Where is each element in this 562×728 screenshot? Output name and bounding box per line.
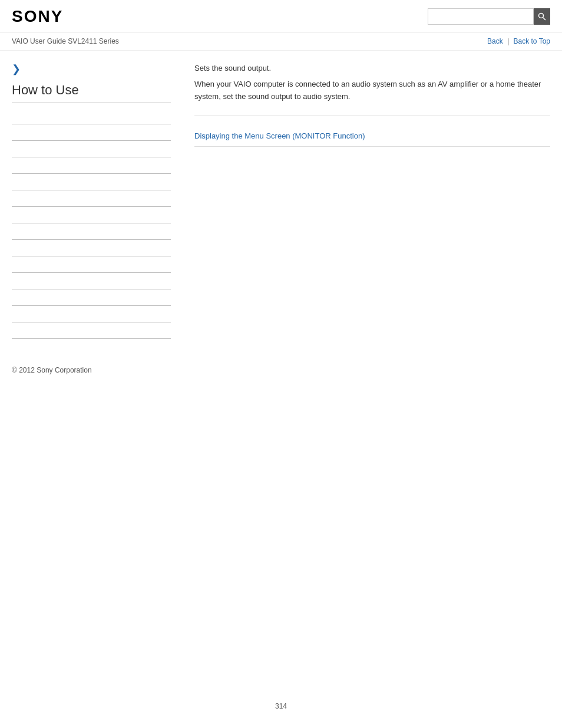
search-container <box>428 8 550 25</box>
sony-logo: SONY <box>12 7 63 26</box>
breadcrumb: VAIO User Guide SVL2411 Series <box>12 37 119 45</box>
footer-copyright: © 2012 Sony Corporation <box>0 357 562 384</box>
sidebar-line <box>12 273 171 289</box>
chevron-icon: ❯ <box>12 62 171 75</box>
sidebar-line <box>12 289 171 306</box>
sidebar-line <box>12 256 171 273</box>
back-link[interactable]: Back <box>487 37 503 45</box>
sidebar-line <box>12 157 171 174</box>
sidebar-line <box>12 322 171 339</box>
sidebar-line <box>12 108 171 124</box>
svg-point-0 <box>539 14 544 18</box>
page-number: 314 <box>0 696 562 716</box>
nav-divider: | <box>507 37 511 45</box>
nav-bar: VAIO User Guide SVL2411 Series Back | Ba… <box>0 32 562 51</box>
description-line2: When your VAIO computer is connected to … <box>194 78 550 103</box>
nav-links: Back | Back to Top <box>487 37 550 45</box>
sidebar-line <box>12 174 171 190</box>
content-area: Sets the sound output. When your VAIO co… <box>183 62 550 339</box>
description-line1: Sets the sound output. <box>194 62 550 75</box>
sidebar-title: How to Use <box>12 83 171 103</box>
sidebar-line <box>12 141 171 157</box>
sidebar-line <box>12 223 171 240</box>
svg-line-1 <box>543 18 546 21</box>
sidebar-line <box>12 207 171 223</box>
link-section: Displaying the Menu Screen (MONITOR Func… <box>194 126 550 147</box>
sidebar-lines <box>12 108 171 339</box>
sidebar-line <box>12 240 171 256</box>
monitor-function-link[interactable]: Displaying the Menu Screen (MONITOR Func… <box>194 131 365 140</box>
back-to-top-link[interactable]: Back to Top <box>514 37 550 45</box>
main-content: ❯ How to Use Sets the s <box>0 51 562 351</box>
description-section: Sets the sound output. When your VAIO co… <box>194 62 550 116</box>
sidebar: ❯ How to Use <box>12 62 183 339</box>
header: SONY <box>0 0 562 32</box>
sidebar-line <box>12 306 171 322</box>
search-icon <box>538 12 546 21</box>
sidebar-line <box>12 124 171 141</box>
search-button[interactable] <box>534 8 550 25</box>
search-input[interactable] <box>428 8 534 25</box>
sidebar-line <box>12 190 171 207</box>
